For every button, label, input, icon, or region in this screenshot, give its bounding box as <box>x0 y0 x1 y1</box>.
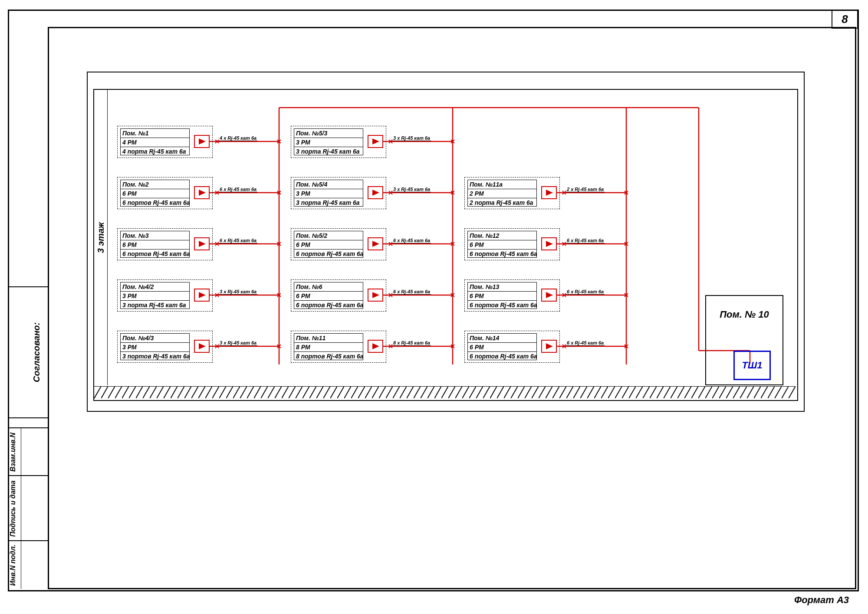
room-ports: 6 портов Rj-45 кат 6а <box>294 301 363 309</box>
room-box: Пом. №14 РМ4 порта Rj-45 кат 6а <box>120 128 190 155</box>
room-ports: 3 порта Rj-45 кат 6а <box>294 147 363 156</box>
room-pm: 6 РМ <box>468 343 536 352</box>
room-pm: 8 РМ <box>294 343 363 352</box>
stamp-podl-text: Инв.N подл. <box>9 541 17 589</box>
room-ports: 6 портов Rj-45 кат 6а <box>121 198 189 207</box>
room-pm: 3 РМ <box>294 138 363 147</box>
cable-label: 3 х Rj-45 кат 6а <box>392 187 431 192</box>
format-label: Формат А3 <box>794 594 849 606</box>
room-title: Пом. №13 <box>468 282 536 292</box>
room-block: Пом. №26 РМ6 портов Rj-45 кат 6а <box>117 177 213 209</box>
floor-strip: 3 этаж <box>94 90 108 385</box>
tsh-label: ТШ1 <box>742 360 762 371</box>
room-block: Пом. №146 РМ6 портов Rj-45 кат 6а <box>464 331 560 363</box>
cable-label: 6 х Rj-45 кат 6а <box>392 238 431 243</box>
cable-label: 3 х Rj-45 кат 6а <box>219 289 257 295</box>
room-ports: 8 портов Rj-45 кат 6а <box>294 352 363 361</box>
room-ports: 6 портов Rj-45 кат 6а <box>468 301 536 309</box>
cable-label: 6 х Rj-45 кат 6а <box>219 187 257 192</box>
sheet-number: 8 <box>832 10 858 29</box>
cable-label: 6 х Rj-45 кат 6а <box>219 238 257 243</box>
stamp-sign: Подпись и дата <box>8 475 48 541</box>
stamp-vzam: Взам.инв.N <box>8 427 48 476</box>
cable-label: 3 х Rj-45 кат 6а <box>392 135 431 141</box>
cable-label: 6 х Rj-45 кат 6а <box>566 238 605 243</box>
room-title: Пом. №11 <box>294 334 363 343</box>
room-ports: 4 порта Rj-45 кат 6а <box>121 147 189 156</box>
tsh-box: ТШ1 <box>733 351 771 380</box>
room-ports: 3 портов Rj-45 кат 6а <box>121 352 189 361</box>
cable-label: 6 х Rj-45 кат 6а <box>566 340 605 346</box>
room-ports: 3 порта Rj-45 кат 6а <box>121 301 189 309</box>
stamp-agreed-text: Согласовано: <box>32 287 42 417</box>
room-block: Пом. №11а2 РМ2 порта Rj-45 кат 6а <box>464 177 560 209</box>
room-ports: 3 порта Rj-45 кат 6а <box>294 198 363 207</box>
room-title: Пом. №2 <box>121 180 189 189</box>
room-pm: 6 РМ <box>468 240 536 250</box>
room-ports: 6 портов Rj-45 кат 6а <box>294 250 363 258</box>
room-title: Пом. №6 <box>294 282 363 292</box>
room-title: Пом. №4/2 <box>121 282 189 292</box>
room-box: Пом. №5/43 РМ3 порта Rj-45 кат 6а <box>294 180 363 207</box>
room-pm: 6 РМ <box>121 240 189 250</box>
sheet: 8 Формат А3 Согласовано: Взам.инв.N Подп… <box>0 0 868 614</box>
room-title: Пом. №5/3 <box>294 129 363 138</box>
room-title: Пом. №4/3 <box>121 334 189 343</box>
room-block: Пом. №4/33 РМ3 портов Rj-45 кат 6а <box>117 331 213 363</box>
room-pm: 6 РМ <box>294 240 363 250</box>
room-box: Пом. №118 РМ8 портов Rj-45 кат 6а <box>294 333 363 360</box>
room-pm: 6 РМ <box>294 292 363 301</box>
room-block: Пом. №5/33 РМ3 порта Rj-45 кат 6а <box>291 126 386 158</box>
room-block: Пом. №14 РМ4 порта Rj-45 кат 6а <box>117 126 213 158</box>
room-box: Пом. №11а2 РМ2 порта Rj-45 кат 6а <box>467 180 537 207</box>
room-title: Пом. №5/2 <box>294 231 363 240</box>
room-title: Пом. №3 <box>121 231 189 240</box>
sheet-number-text: 8 <box>842 13 848 26</box>
room-ports: 6 портов Rj-45 кат 6а <box>468 352 536 361</box>
room-pm: 3 РМ <box>121 292 189 301</box>
room-ports: 6 портов Rj-45 кат 6а <box>121 250 189 258</box>
room-box: Пом. №26 РМ6 портов Rj-45 кат 6а <box>120 180 190 207</box>
room-box: Пом. №36 РМ6 портов Rj-45 кат 6а <box>120 231 190 258</box>
room-block: Пом. №4/23 РМ3 порта Rj-45 кат 6а <box>117 279 213 312</box>
room-box: Пом. №5/33 РМ3 порта Rj-45 кат 6а <box>294 128 363 155</box>
stamp-sign-text: Подпись и дата <box>9 476 17 541</box>
room-block: Пом. №5/43 РМ3 порта Rj-45 кат 6а <box>291 177 386 209</box>
room-block: Пом. №5/26 РМ6 портов Rj-45 кат 6а <box>291 228 386 260</box>
room-title: Пом. №11а <box>468 180 536 189</box>
hatch-bottom <box>94 386 796 398</box>
stamp-agreed: Согласовано: <box>8 286 48 418</box>
room-box: Пом. №136 РМ6 портов Rj-45 кат 6а <box>467 282 537 309</box>
room-title: Пом. №5/4 <box>294 180 363 189</box>
room-pm: 6 РМ <box>468 292 536 301</box>
room-pm: 2 РМ <box>468 189 536 198</box>
room-block: Пом. №118 РМ8 портов Rj-45 кат 6а <box>291 331 386 363</box>
room-block: Пом. №36 РМ6 портов Rj-45 кат 6а <box>117 228 213 260</box>
room-box: Пом. №146 РМ6 портов Rj-45 кат 6а <box>467 333 537 360</box>
room-box: Пом. №5/26 РМ6 портов Rj-45 кат 6а <box>294 231 363 258</box>
stamp-vzam-text: Взам.инв.N <box>9 428 17 476</box>
room-pm: 4 РМ <box>121 138 189 147</box>
room-title: Пом. №14 <box>468 334 536 343</box>
room-ports: 2 порта Rj-45 кат 6а <box>468 198 536 207</box>
cable-label: 8 х Rj-45 кат 6а <box>392 340 431 346</box>
room-pm: 3 РМ <box>294 189 363 198</box>
room-block: Пом. №136 РМ6 портов Rj-45 кат 6а <box>464 279 560 312</box>
room-title: Пом. №12 <box>468 231 536 240</box>
room-pm: 3 РМ <box>121 343 189 352</box>
cable-label: 2 х Rj-45 кат 6а <box>566 187 605 192</box>
stamp-podl: Инв.N подл. <box>8 540 48 589</box>
room-box: Пом. №126 РМ6 портов Rj-45 кат 6а <box>467 231 537 258</box>
cable-label: 4 х Rj-45 кат 6а <box>219 135 257 141</box>
stamp-lower: Взам.инв.N Подпись и дата Инв.N подл. <box>8 427 48 589</box>
cable-label: 3 х Rj-45 кат 6а <box>219 340 257 346</box>
cable-label: 6 х Rj-45 кат 6а <box>566 289 605 295</box>
room-box: Пом. №66 РМ6 портов Rj-45 кат 6а <box>294 282 363 309</box>
floor-label: 3 этаж <box>96 222 106 253</box>
room-pm: 6 РМ <box>121 189 189 198</box>
room-ports: 6 портов Rj-45 кат 6а <box>468 250 536 258</box>
room-box: Пом. №4/33 РМ3 портов Rj-45 кат 6а <box>120 333 190 360</box>
room-box: Пом. №4/23 РМ3 порта Rj-45 кат 6а <box>120 282 190 309</box>
room-block: Пом. №126 РМ6 портов Rj-45 кат 6а <box>464 228 560 260</box>
cable-label: 6 х Rj-45 кат 6а <box>392 289 431 295</box>
